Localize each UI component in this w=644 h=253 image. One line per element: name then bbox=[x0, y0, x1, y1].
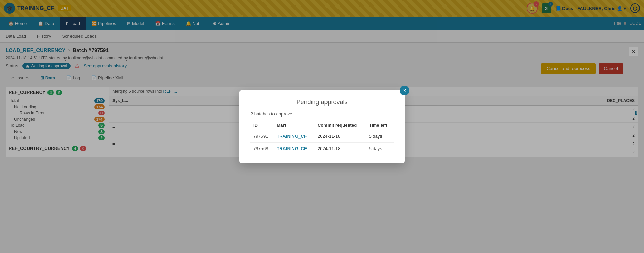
pending-approvals-modal: × Pending approvals 2 batches to approve… bbox=[239, 90, 405, 163]
col-id: ID bbox=[250, 121, 274, 130]
col-commit: Commit requested bbox=[315, 121, 366, 130]
approval-row[interactable]: 797568 TRAINING_CF 2024-11-18 5 days bbox=[250, 142, 394, 155]
approval-row[interactable]: 797591 TRAINING_CF 2024-11-18 5 days bbox=[250, 130, 394, 142]
col-time-left: Time left bbox=[366, 121, 394, 130]
col-mart: Mart bbox=[274, 121, 315, 130]
modal-title: Pending approvals bbox=[250, 99, 394, 106]
approval-commit: 2024-11-18 bbox=[315, 142, 366, 155]
approval-mart: TRAINING_CF bbox=[274, 130, 315, 142]
approval-time-left: 5 days bbox=[366, 130, 394, 142]
approval-commit: 2024-11-18 bbox=[315, 130, 366, 142]
approval-time-left: 5 days bbox=[366, 142, 394, 155]
approval-id: 797568 bbox=[250, 142, 274, 155]
modal-close-button[interactable]: × bbox=[400, 86, 409, 95]
approval-id: 797591 bbox=[250, 130, 274, 142]
approval-mart: TRAINING_CF bbox=[274, 142, 315, 155]
approvals-table: ID Mart Commit requested Time left 79759… bbox=[250, 121, 394, 155]
modal-subtitle: 2 batches to approve bbox=[250, 111, 394, 117]
modal-overlay: × Pending approvals 2 batches to approve… bbox=[0, 0, 644, 253]
